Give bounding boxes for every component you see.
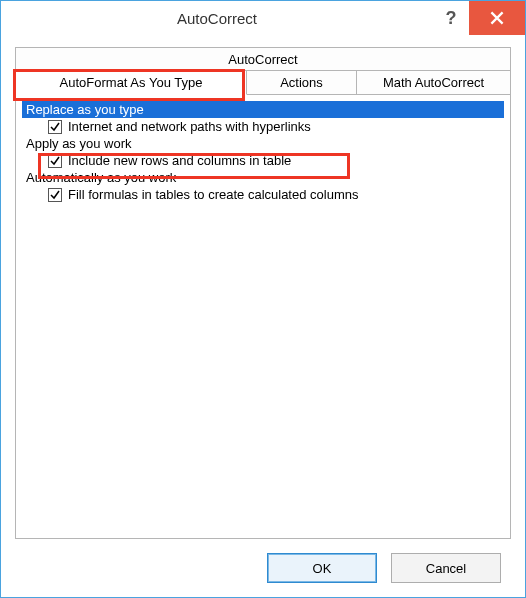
section-apply-as-you-work: Apply as you work <box>22 135 504 152</box>
check-icon <box>50 156 60 166</box>
tab-autoformat-as-you-type[interactable]: AutoFormat As You Type <box>15 70 247 95</box>
tabs: AutoCorrect AutoFormat As You Type Actio… <box>15 47 511 95</box>
dialog-body: AutoCorrect AutoFormat As You Type Actio… <box>1 35 525 597</box>
titlebar: AutoCorrect ? <box>1 1 525 35</box>
option-internet-paths[interactable]: Internet and network paths with hyperlin… <box>20 118 506 135</box>
close-button[interactable] <box>469 1 525 35</box>
tab-actions[interactable]: Actions <box>247 70 357 95</box>
ok-button[interactable]: OK <box>267 553 377 583</box>
cancel-button[interactable]: Cancel <box>391 553 501 583</box>
option-label: Include new rows and columns in table <box>68 153 291 168</box>
section-replace-as-you-type: Replace as you type <box>22 101 504 118</box>
dialog-footer: OK Cancel <box>15 539 511 583</box>
window-title: AutoCorrect <box>1 10 433 27</box>
window-controls: ? <box>433 1 525 35</box>
tab-math-autocorrect[interactable]: Math AutoCorrect <box>357 70 511 95</box>
checkbox[interactable] <box>48 188 62 202</box>
close-icon <box>490 11 504 25</box>
tab-autocorrect[interactable]: AutoCorrect <box>15 47 511 71</box>
checkbox[interactable] <box>48 120 62 134</box>
autocorrect-dialog: AutoCorrect ? AutoCorrect AutoFormat As … <box>0 0 526 598</box>
help-icon: ? <box>446 8 457 29</box>
checkbox[interactable] <box>48 154 62 168</box>
option-label: Internet and network paths with hyperlin… <box>68 119 311 134</box>
section-automatically-as-you-work: Automatically as you work <box>22 169 504 186</box>
check-icon <box>50 190 60 200</box>
tab-pane: Replace as you type Internet and network… <box>15 95 511 539</box>
help-button[interactable]: ? <box>433 1 469 35</box>
option-label: Fill formulas in tables to create calcul… <box>68 187 358 202</box>
option-fill-formulas[interactable]: Fill formulas in tables to create calcul… <box>20 186 506 203</box>
option-include-new-rows-columns[interactable]: Include new rows and columns in table <box>20 152 506 169</box>
check-icon <box>50 122 60 132</box>
